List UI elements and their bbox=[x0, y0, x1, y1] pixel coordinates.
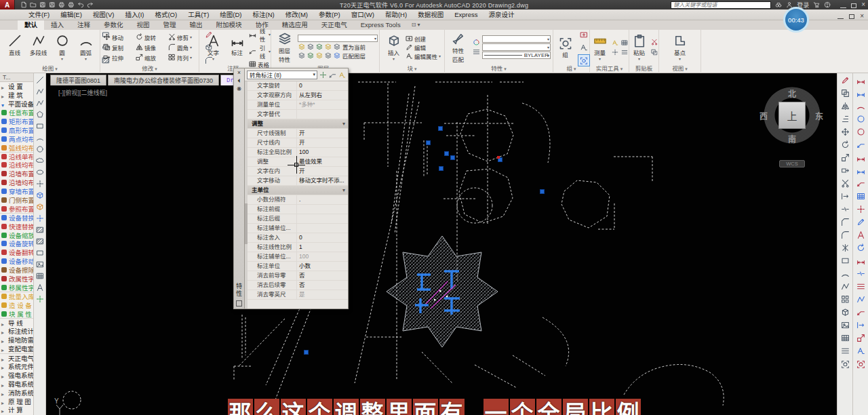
palette-tool-item[interactable]: 导 线 bbox=[0, 318, 33, 327]
dim-edit-icon[interactable] bbox=[854, 216, 867, 228]
gradient-icon[interactable] bbox=[35, 236, 45, 247]
panel-label-utilities[interactable]: 实用工具 bbox=[590, 64, 629, 73]
rectangle-icon[interactable] bbox=[35, 121, 45, 132]
set-current-layer-button[interactable]: 置为当前 bbox=[342, 43, 366, 51]
menu-item[interactable]: 文件(F) bbox=[23, 9, 55, 20]
view-cube[interactable]: 北 南 东 西 上 bbox=[764, 87, 821, 144]
palette-title[interactable]: T... bbox=[0, 73, 33, 82]
menu-item[interactable]: 绘图(D) bbox=[214, 9, 247, 20]
array-icon[interactable] bbox=[839, 293, 851, 305]
restore-button[interactable] bbox=[851, 0, 856, 10]
circle-tool[interactable]: 圆 bbox=[50, 34, 74, 61]
layer-freeze-icon[interactable] bbox=[315, 43, 323, 51]
menu-item[interactable]: 修改(M) bbox=[280, 9, 313, 20]
line-tool[interactable]: 直线 bbox=[3, 34, 26, 61]
panel-label-block[interactable]: 块 bbox=[380, 64, 444, 73]
layer-on-icon[interactable] bbox=[324, 52, 332, 60]
app-store-icon[interactable] bbox=[813, 1, 820, 8]
menu-item[interactable]: 帮助(H) bbox=[380, 9, 412, 20]
linetype-dropdown[interactable]: BYLAYER bbox=[482, 52, 551, 59]
property-value[interactable]: 100 bbox=[296, 252, 348, 261]
palette-tool-item[interactable]: 设备擦除 bbox=[0, 266, 33, 275]
palette-tool-item[interactable]: 接地防雷 bbox=[0, 336, 33, 344]
arc-icon[interactable] bbox=[839, 267, 851, 279]
dim-override-icon[interactable] bbox=[854, 344, 867, 357]
property-row[interactable]: 小数分隔符 . bbox=[248, 195, 348, 205]
save-as-icon[interactable] bbox=[49, 1, 56, 8]
palette-tool-item[interactable]: 造 设 备 bbox=[0, 300, 33, 309]
leader-tool[interactable]: 引线 bbox=[249, 43, 271, 60]
quick-select-icon[interactable] bbox=[611, 39, 619, 47]
arc-tool[interactable]: 圆弧 bbox=[74, 34, 98, 61]
dim-arrow-icon[interactable] bbox=[854, 319, 867, 331]
group-icon[interactable] bbox=[839, 357, 851, 370]
save-icon[interactable] bbox=[39, 1, 46, 8]
palette-tool-item[interactable]: 设备翻转 bbox=[0, 248, 33, 257]
palette-tool-item[interactable]: 移属性字 bbox=[0, 283, 33, 292]
property-value[interactable]: 是 bbox=[296, 290, 348, 299]
stretch-tool[interactable]: 拉伸 bbox=[103, 54, 136, 62]
chamfer-icon[interactable] bbox=[839, 216, 851, 228]
palette-tool-item[interactable]: 改属性字 bbox=[0, 275, 33, 283]
panel-label-draw[interactable]: 绘图 bbox=[0, 64, 100, 73]
compass-west-label[interactable]: 西 bbox=[760, 110, 768, 121]
dim-linear-icon[interactable] bbox=[854, 74, 867, 86]
palette-tool-item[interactable]: 矩形布置 bbox=[0, 117, 33, 126]
palette-tool-item[interactable]: 沿线单布 bbox=[0, 152, 33, 161]
paste-tool[interactable]: 粘贴 bbox=[631, 34, 648, 61]
palette-close-icon[interactable]: × bbox=[234, 68, 244, 77]
plot-icon[interactable] bbox=[58, 1, 65, 8]
layer-unisolate-icon[interactable] bbox=[298, 52, 306, 60]
mleader-icon[interactable] bbox=[854, 306, 867, 318]
menu-item[interactable]: 窗口(W) bbox=[346, 9, 380, 20]
edit-attributes-tool[interactable]: 编辑属性 bbox=[406, 52, 441, 60]
tolerance-icon[interactable] bbox=[854, 190, 867, 202]
palette-tool-item[interactable]: 两点均布 bbox=[0, 134, 33, 143]
copy-icon[interactable] bbox=[839, 87, 851, 99]
property-row[interactable]: 标注辅单位... bbox=[248, 224, 348, 233]
list-icon[interactable] bbox=[620, 48, 629, 56]
id-point-icon[interactable] bbox=[611, 48, 619, 56]
palette-tool-item[interactable]: 设备缩放 bbox=[0, 231, 33, 239]
palette-tool-item[interactable]: 设备替换 bbox=[0, 213, 33, 222]
wcs-dropdown[interactable]: WCS bbox=[779, 160, 805, 167]
property-value[interactable]: 开 bbox=[296, 138, 348, 147]
property-value[interactable]: 否 bbox=[296, 271, 348, 280]
dim-update-icon[interactable] bbox=[854, 241, 867, 254]
match-layer-button[interactable]: 匹配图层 bbox=[342, 52, 366, 60]
property-value[interactable]: 100 bbox=[296, 148, 348, 157]
block-insert-icon[interactable] bbox=[35, 190, 45, 201]
rotate-tool[interactable]: 旋转 bbox=[136, 33, 168, 41]
base-point-tool[interactable]: 基点 bbox=[668, 34, 692, 61]
point-divide-icon[interactable] bbox=[35, 294, 45, 304]
ribbon-tab[interactable]: 精选应用 bbox=[275, 20, 315, 30]
property-row[interactable]: 测量单位 *多种* bbox=[248, 100, 348, 110]
create-block-tool[interactable]: 创建 bbox=[406, 35, 441, 43]
menu-item[interactable]: 源泉设计 bbox=[483, 9, 519, 20]
ungroup-icon[interactable] bbox=[578, 42, 589, 53]
polyline-tool[interactable]: 多段线 bbox=[26, 34, 50, 61]
layer-properties-tool[interactable]: 图层特性 bbox=[273, 32, 296, 63]
cut-icon[interactable] bbox=[650, 38, 658, 46]
rectangle-icon[interactable] bbox=[839, 254, 851, 266]
palette-tool-item[interactable]: 沿线均布 bbox=[0, 161, 33, 170]
rotate-icon[interactable] bbox=[839, 138, 851, 151]
property-row[interactable]: 标注后缀 bbox=[248, 214, 348, 224]
point-icon[interactable] bbox=[35, 178, 45, 189]
match-properties-tool[interactable]: 特性匹配 bbox=[446, 32, 470, 63]
move-tool[interactable]: 移动 bbox=[103, 33, 136, 41]
palette-tool-item[interactable]: 设 置 bbox=[0, 82, 33, 91]
ribbon-options-icon[interactable]: ⊡ ▾ bbox=[412, 20, 420, 30]
text-icon[interactable] bbox=[35, 282, 45, 293]
property-row[interactable]: 文字旋转 0 bbox=[248, 81, 348, 91]
grip-point[interactable] bbox=[444, 151, 449, 156]
property-row[interactable]: 文字移动 移动文字时不添... bbox=[248, 176, 348, 186]
group-edit-icon[interactable] bbox=[578, 29, 589, 40]
point-style-icon[interactable] bbox=[35, 213, 45, 224]
quick-calc-icon[interactable] bbox=[620, 39, 629, 47]
insert-block-tool[interactable]: 插入 bbox=[382, 34, 406, 61]
measure-tool[interactable]: 测量 bbox=[591, 34, 608, 61]
center-mark-icon[interactable] bbox=[854, 203, 867, 215]
property-row[interactable]: 调整 bbox=[248, 119, 348, 129]
layer-state-icon[interactable] bbox=[298, 43, 306, 51]
